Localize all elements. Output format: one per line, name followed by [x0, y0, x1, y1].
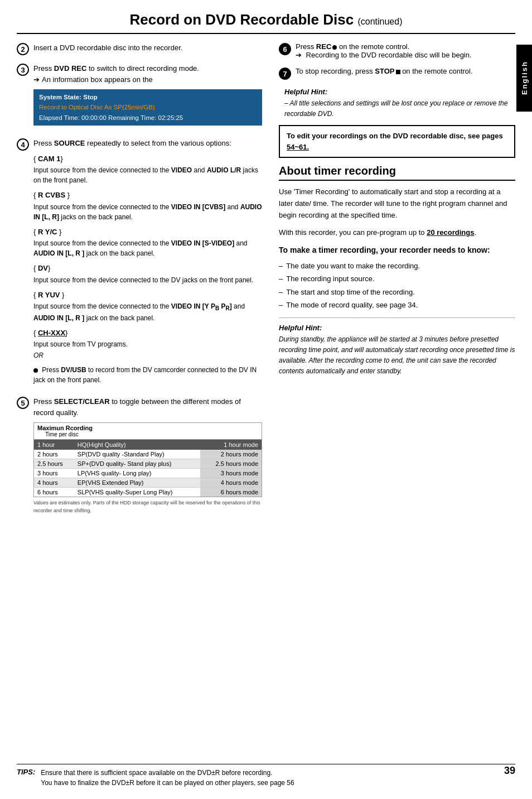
col-mode: 1 hour mode	[200, 440, 262, 450]
table-row: 4 hours EP(VHS Extended Play) 4 hours mo…	[34, 478, 262, 488]
tips-line2: You have to finalize the DVD±R before it…	[41, 778, 294, 788]
step-2-number: 2	[17, 43, 29, 55]
step-5-text: Press SELECT/CLEAR to toggle between the…	[33, 396, 262, 418]
source-ryc: { R Y/C } Input source from the device c…	[33, 227, 262, 259]
side-tab: English	[516, 45, 532, 112]
side-tab-label: English	[520, 61, 529, 95]
row-mode: 3 hours mode	[200, 469, 262, 478]
step-6: 6 Press REC on the remote control. ➔ Rec…	[279, 42, 515, 59]
page-container: English Record on DVD Recordable Disc (c…	[0, 0, 532, 799]
title-continued: (continued)	[357, 17, 402, 26]
table-main-header: Maximun Rcording Time per disc	[34, 423, 262, 440]
row-quality: EP(VHS Extended Play)	[74, 478, 200, 488]
table-note: Values are estimates only. Parts of the …	[33, 499, 262, 514]
step-6-number: 6	[279, 43, 291, 55]
table-row: 2.5 hours SP+(DVD quality- Stand play pl…	[34, 459, 262, 469]
table-row: 2 hours SP(DVD quality -Standard Play) 2…	[34, 450, 262, 459]
source-cam1: { CAM 1} Input source from the device co…	[33, 153, 262, 186]
step-2: 2 Insert a DVD recordable disc into the …	[17, 42, 262, 55]
info-line1: System State: Stop	[39, 92, 257, 102]
step-7-text: To stop recording, press STOP on the rem…	[296, 67, 515, 75]
step-3: 3 Press DVD REC to switch to direct reco…	[17, 63, 262, 130]
step-3-arrow-text: An information box appears on the	[42, 75, 153, 84]
step-2-text: Insert a DVD recordable disc into the re…	[33, 42, 262, 54]
row-time: 2.5 hours	[34, 459, 74, 469]
step-6-content: Press REC on the remote control. ➔ Recor…	[296, 42, 515, 59]
row-time: 3 hours	[34, 469, 74, 478]
row-mode: 4 hours mode	[200, 478, 262, 488]
step-3-content: Press DVD REC to switch to direct record…	[33, 63, 262, 130]
helpful-hint-2: Helpful Hint: During standby, the applia…	[279, 324, 515, 377]
row-mode: 2 hours mode	[200, 450, 262, 459]
table-row: 6 hours SLP(VHS quality-Super Long Play)…	[34, 488, 262, 497]
step-5: 5 Press SELECT/CLEAR to toggle between t…	[17, 396, 262, 514]
timer-section-title: About timer recording	[279, 165, 515, 181]
step-4-content: Press SOURCE repeatedly to select from t…	[33, 138, 262, 388]
hint1-title: Helpful Hint:	[284, 88, 515, 96]
row-quality: SLP(VHS quality-Super Long Play)	[74, 488, 200, 497]
step-6-text: Press REC on the remote control.	[296, 42, 515, 51]
page-number: 39	[504, 765, 515, 777]
bullet-1: The date you want to make the recording.	[279, 261, 515, 272]
step-3-arrow: ➔An information box appears on the	[33, 74, 262, 85]
page-title: Record on DVD Recordable Disc (continued…	[17, 11, 515, 34]
table-row: 3 hours LP(VHS quality- Long play) 3 hou…	[34, 469, 262, 478]
title-text: Record on DVD Recordable Disc	[130, 11, 354, 28]
step-7-content: To stop recording, press STOP on the rem…	[296, 67, 515, 75]
table-header-sub: Time per disc	[37, 431, 258, 437]
step-3-text-before: Press	[33, 64, 54, 73]
row-time: 2 hours	[34, 450, 74, 459]
edit-text: To edit your recordings on the DVD recor…	[287, 131, 507, 152]
left-column: 2 Insert a DVD recordable disc into the …	[17, 42, 273, 522]
bottom-area: TIPS: Ensure that there is sufficient sp…	[0, 764, 532, 788]
tips-content-area: Ensure that there is sufficient space av…	[41, 768, 294, 788]
timer-para1: Use 'Timer Recording' to automatically s…	[279, 186, 515, 221]
tips-bar: TIPS: Ensure that there is sufficient sp…	[17, 764, 515, 788]
step-7: 7 To stop recording, press STOP on the r…	[279, 67, 515, 80]
row-quality: SP(DVD quality -Standard Play)	[74, 450, 200, 459]
row-time: 4 hours	[34, 478, 74, 488]
step-5-content: Press SELECT/CLEAR to toggle between the…	[33, 396, 262, 514]
timer-bullets: The date you want to make the recording.…	[279, 261, 515, 311]
step-4-button: SOURCE	[54, 139, 85, 147]
info-line2: Record to Optical Disc As SP(25min/GB)	[39, 102, 257, 112]
step-3-text-after: to switch to direct recording mode.	[86, 64, 199, 73]
step-4-number: 4	[17, 138, 29, 151]
step-4: 4 Press SOURCE repeatedly to select from…	[17, 138, 262, 388]
timer-subsection-title: To make a timer recording, your recorder…	[279, 244, 515, 256]
step-5-number: 5	[17, 397, 29, 409]
col-quality: HQ(Hight Quality)	[74, 440, 200, 450]
table-header-label: Maximun Rcording	[37, 425, 258, 431]
step-2-content: Insert a DVD recordable disc into the re…	[33, 42, 262, 54]
right-column: 6 Press REC on the remote control. ➔ Rec…	[273, 42, 515, 522]
row-time: 6 hours	[34, 488, 74, 497]
edit-recordings-box: To edit your recordings on the DVD recor…	[279, 125, 515, 158]
step-3-number: 3	[17, 64, 29, 76]
row-quality: SP+(DVD quality- Stand play plus)	[74, 459, 200, 469]
step-4-intro: Press SOURCE repeatedly to select from t…	[33, 138, 262, 149]
dv-usb-text: Press DV/USB to record from the DV camco…	[33, 365, 262, 385]
source-ryuv: { R YUV } Input source from the device c…	[33, 290, 262, 323]
recording-quality-table: Maximun Rcording Time per disc 1 hour HQ…	[33, 422, 262, 497]
timer-para2: With this recorder, you can pre-program …	[279, 227, 515, 239]
step-7-number: 7	[279, 68, 291, 80]
hint2-text: During standby, the appliance will be st…	[279, 334, 515, 377]
source-chxxx: { CH-XXX} Input source from TV programs.…	[33, 328, 262, 361]
table-column-headers: 1 hour HQ(Hight Quality) 1 hour mode	[34, 440, 262, 450]
bullet-3: The start and stop time of the recording…	[279, 287, 515, 298]
row-mode: 6 hours mode	[200, 488, 262, 497]
timer-section-content: Use 'Timer Recording' to automatically s…	[279, 186, 515, 238]
hint1-text: – All title selections and settings will…	[284, 98, 515, 119]
source-dv: { DV} Input source from the device conne…	[33, 263, 262, 285]
helpful-hint-1: Helpful Hint: – All title selections and…	[284, 88, 515, 119]
twenty-recordings: 20 recordings	[427, 228, 474, 237]
bullet-4: The mode of record quality, see page 34.	[279, 300, 515, 311]
step-6-arrow: ➔ Recording to the DVD recordable disc w…	[296, 51, 515, 59]
info-line3: Elapsed Time: 00:00:00 Remaining Time: 0…	[39, 113, 257, 123]
row-mode: 2.5 hours mode	[200, 459, 262, 469]
tips-label: TIPS:	[17, 768, 35, 776]
main-content: 2 Insert a DVD recordable disc into the …	[0, 42, 532, 522]
step-3-text: Press DVD REC to switch to direct record…	[33, 63, 262, 74]
col-time: 1 hour	[34, 440, 74, 450]
source-rcvbs: { R CVBS } Input source from the device …	[33, 190, 262, 222]
